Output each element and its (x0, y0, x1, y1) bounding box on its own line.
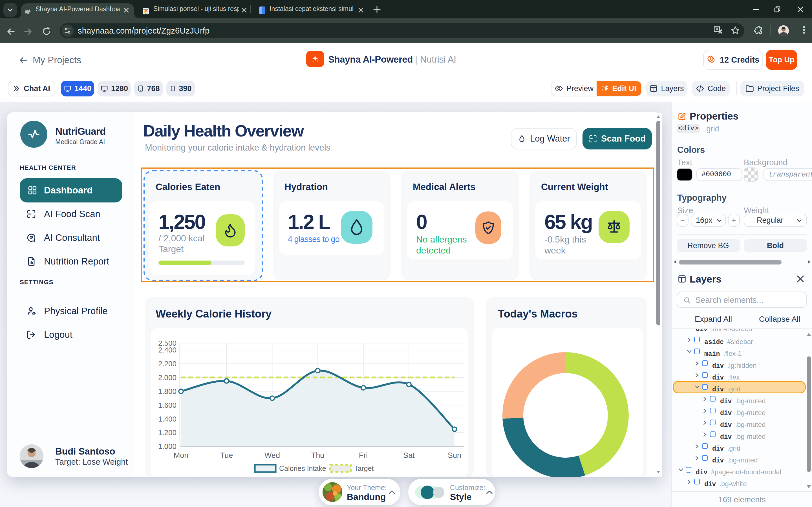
svg-text:Target: Target (354, 464, 374, 472)
svg-text:2.200: 2.200 (158, 359, 176, 368)
svg-text:2.000: 2.000 (158, 373, 176, 382)
svg-text:1.600: 1.600 (158, 401, 176, 409)
svg-text:1.000: 1.000 (158, 442, 176, 451)
svg-text:1: 1 (709, 56, 711, 61)
svg-text:Mon: Mon (174, 451, 189, 460)
svg-text:Fri: Fri (359, 451, 368, 460)
svg-text:Thu: Thu (311, 451, 325, 460)
svg-text:1.400: 1.400 (158, 415, 176, 423)
svg-text:Sat: Sat (403, 451, 415, 460)
svg-text:Sun: Sun (448, 451, 461, 460)
svg-text:2.400: 2.400 (158, 346, 176, 354)
svg-text:Tue: Tue (220, 451, 233, 460)
svg-text:Wed: Wed (265, 451, 280, 460)
svg-text:1.200: 1.200 (158, 428, 176, 437)
svg-text:1.800: 1.800 (158, 387, 176, 396)
svg-text:Calories Intake: Calories Intake (279, 464, 326, 472)
